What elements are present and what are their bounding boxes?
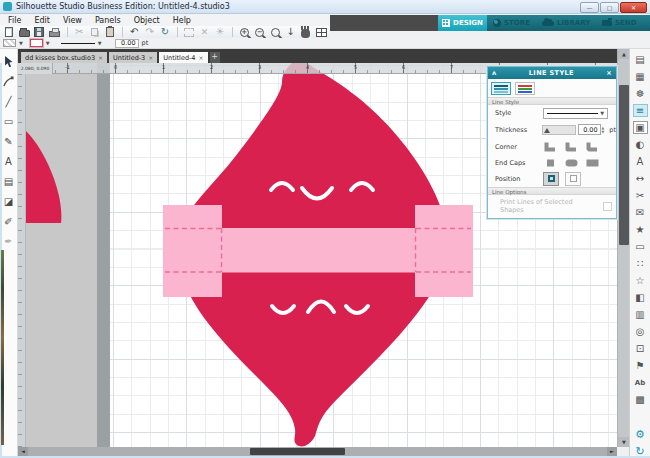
scroll-right-button[interactable]: ► [607, 447, 617, 456]
fill-swatch[interactable] [3, 39, 16, 47]
doc-tab-untitled-3[interactable]: Untitled-3 × [109, 52, 157, 63]
offset-panel-button[interactable]: ☆ [633, 274, 648, 287]
open-button[interactable] [18, 26, 29, 38]
line-style-dropdown-arrow[interactable]: ▼ [98, 40, 102, 46]
copy-button[interactable] [89, 26, 100, 38]
thickness-value-input[interactable]: 0.00 [578, 124, 601, 135]
line-thickness-input[interactable]: 0.00 [115, 39, 139, 48]
line-style-mode-button[interactable] [491, 82, 511, 95]
knife-tool[interactable]: ✐ [2, 215, 16, 228]
corner-round-button[interactable] [564, 141, 578, 153]
redo-button[interactable]: ↷ [144, 26, 155, 38]
glyph-panel-button[interactable]: Ab [633, 376, 648, 389]
eyedropper-tool[interactable]: ✒ [2, 235, 16, 248]
spacing-panel-button[interactable]: ↔ [633, 172, 648, 185]
thickness-slider[interactable] [542, 125, 576, 135]
sphere-panel-button[interactable]: ◎ [633, 325, 648, 338]
deselect-button[interactable]: ✕ [199, 26, 210, 38]
cap-square-button[interactable] [585, 158, 599, 168]
trace-panel-button[interactable]: ▭ [633, 240, 648, 253]
star-panel-button[interactable]: ★ [633, 223, 648, 236]
tab-send[interactable]: SEND [602, 15, 637, 31]
doc-tab-kisses-box[interactable]: dd kisses box.studio3 × [21, 52, 107, 63]
zoom-out-button[interactable]: − [254, 26, 265, 38]
corner-miter-button[interactable] [543, 141, 557, 153]
intercut-button[interactable]: ☀ [214, 26, 225, 38]
cut-button[interactable]: ✂ [73, 26, 84, 38]
horizontal-scrollbar[interactable]: ◄ ► [18, 447, 617, 456]
select-tool[interactable] [2, 55, 16, 68]
menu-object[interactable]: Object [134, 16, 160, 25]
fit-page-button[interactable] [316, 26, 327, 38]
text-tool[interactable]: A [2, 155, 16, 168]
band-left-tab[interactable] [163, 205, 222, 297]
new-tab-button[interactable]: + [210, 52, 220, 63]
line-tool[interactable]: ╱ [2, 95, 16, 108]
menu-file[interactable]: File [8, 16, 21, 25]
pixscan-panel-button[interactable]: ∷ [633, 257, 648, 270]
print-lines-checkbox[interactable] [603, 202, 612, 211]
thickness-spinner[interactable]: ▲▼ [602, 126, 605, 134]
horizontal-scroll-thumb[interactable] [250, 448, 345, 455]
save-button[interactable] [34, 26, 45, 38]
color-wheel-panel-button[interactable]: ☸ [633, 87, 648, 100]
position-outside-button[interactable] [565, 172, 581, 186]
cap-round-button[interactable] [564, 158, 578, 168]
line-color-dropdown-arrow[interactable]: ▼ [46, 40, 50, 46]
cut-settings-panel-button[interactable]: ✂ [633, 189, 648, 202]
rotate-button[interactable]: ↻ [159, 26, 170, 38]
draw-tool[interactable]: ✎ [2, 135, 16, 148]
settings-gear-button[interactable]: ⚙ [633, 428, 648, 441]
menu-view[interactable]: View [63, 16, 82, 25]
band-center-strip[interactable] [222, 228, 415, 273]
tab-store[interactable]: STORE [493, 15, 530, 31]
select-rect-button[interactable] [184, 26, 195, 38]
fill-panel-button[interactable]: ▤ [633, 53, 648, 66]
tab-close-icon[interactable]: × [148, 54, 153, 61]
cap-flat-button[interactable] [543, 158, 557, 168]
send-panel-button[interactable]: ✉ [633, 206, 648, 219]
eraser-tool[interactable]: ◪ [2, 195, 16, 208]
rhinestone-panel-button[interactable]: ▥ [633, 308, 648, 321]
fold-panel-button[interactable]: ⊡ [633, 342, 648, 355]
zoom-in-button[interactable]: + [239, 26, 250, 38]
banner-panel-button[interactable]: ⚑ [633, 359, 648, 372]
line-style-panel-button[interactable]: ≡ [633, 104, 648, 117]
undo-button[interactable]: ↶ [128, 26, 139, 38]
band-right-tab[interactable] [415, 205, 473, 297]
scroll-left-button[interactable]: ◄ [18, 447, 28, 456]
panel-close-icon[interactable]: × [606, 69, 612, 77]
position-inside-button[interactable] [543, 172, 559, 186]
shade-panel-button[interactable]: ◐ [633, 138, 648, 151]
tab-close-icon[interactable]: × [199, 54, 204, 61]
doc-tab-untitled-4[interactable]: Untitled-4 × [159, 52, 207, 63]
vertical-scroll-thumb[interactable] [619, 85, 629, 245]
pan-button[interactable] [300, 26, 311, 38]
tab-library[interactable]: LIBRARY [542, 15, 590, 31]
print-button[interactable] [49, 26, 60, 38]
style-dropdown[interactable]: ▼ [543, 108, 608, 119]
maximize-button[interactable]: ▢ [600, 2, 619, 13]
tab-design[interactable]: DESIGN [438, 15, 487, 31]
effects-panel-button[interactable]: ▣ [633, 121, 648, 134]
menu-edit[interactable]: Edit [34, 16, 50, 25]
corner-bevel-button[interactable] [585, 141, 599, 153]
zoom-drawing-button[interactable]: ↓ [285, 26, 296, 38]
note-tool[interactable]: ▤ [2, 175, 16, 188]
tab-close-icon[interactable]: × [98, 54, 103, 61]
barcode-panel-button[interactable]: ▩ [633, 393, 648, 406]
line-color-swatch[interactable] [30, 39, 43, 47]
minimize-button[interactable]: — [580, 2, 599, 13]
line-color-mode-button[interactable] [515, 82, 535, 95]
paste-button[interactable] [104, 26, 115, 38]
menu-panels[interactable]: Panels [95, 16, 121, 25]
text-style-panel-button[interactable]: A [633, 155, 648, 168]
new-document-button[interactable] [3, 26, 14, 38]
image-panel-button[interactable]: ▦ [633, 70, 648, 83]
fill-dropdown-arrow[interactable]: ▼ [19, 40, 23, 46]
vertical-scrollbar[interactable]: ▲ ▼ [617, 49, 629, 447]
menu-help[interactable]: Help [173, 16, 191, 25]
rectangle-tool[interactable]: ▭ [2, 115, 16, 128]
close-button[interactable]: ✕ [620, 2, 647, 13]
edit-points-tool[interactable] [2, 75, 16, 88]
